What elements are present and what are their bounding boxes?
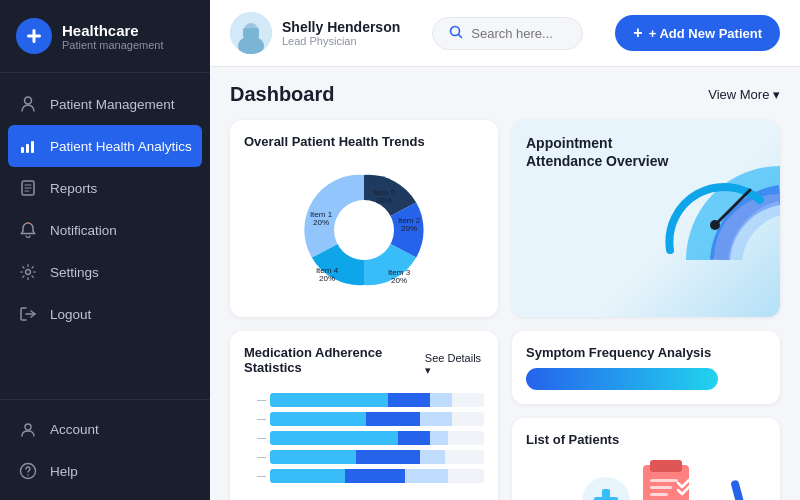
svg-rect-39 (650, 479, 678, 482)
bar-bg (270, 469, 484, 483)
header: Shelly Henderson Lead Physician + + Add … (210, 0, 800, 67)
dashboard-title: Dashboard (230, 83, 334, 106)
bar-label: — (244, 471, 266, 481)
patients-card: List of Patients (512, 418, 780, 500)
bar-row: — (244, 469, 484, 483)
svg-rect-19 (243, 28, 259, 38)
appointment-title: AppointmentAttendance Overview (526, 134, 766, 170)
settings-label: Settings (50, 265, 99, 280)
search-bar[interactable] (432, 17, 583, 50)
logo-icon (16, 18, 52, 54)
bar-row: — (244, 431, 484, 445)
bar-bg (270, 450, 484, 464)
patients-title: List of Patients (526, 432, 766, 447)
sidebar-item-patient-health-analytics[interactable]: Patient Health Analytics (8, 125, 202, 167)
bar-seg (270, 469, 345, 483)
bar-seg (420, 450, 446, 464)
sidebar-item-help[interactable]: Help (0, 450, 210, 492)
svg-rect-3 (21, 147, 24, 153)
analytics-icon (18, 136, 38, 156)
sidebar-logo: Healthcare Patient management (0, 0, 210, 73)
bar-seg (398, 431, 430, 445)
sidebar-nav: Patient Management Patient Health Analyt… (0, 73, 210, 399)
help-label: Help (50, 464, 78, 479)
bar-chart: — — (244, 389, 484, 492)
patient-management-icon (18, 94, 38, 114)
svg-point-33 (710, 220, 720, 230)
bar-seg (270, 450, 356, 464)
bar-seg (405, 469, 448, 483)
donut-svg: Item 5 20% Item 2 20% Item 3 20% Item 4 … (299, 165, 429, 295)
medical-cross-icon (582, 477, 630, 500)
dashboard: Dashboard View More ▾ Overall Patient He… (210, 67, 800, 500)
right-column: Symptom Frequency Analysis List of Patie… (512, 331, 780, 500)
svg-rect-4 (26, 144, 29, 153)
symptom-title: Symptom Frequency Analysis (526, 345, 766, 360)
donut-chart-wrap: Item 5 20% Item 2 20% Item 3 20% Item 4 … (244, 157, 484, 303)
appointment-card: AppointmentAttendance Overview (512, 120, 780, 317)
bar-seg (430, 393, 451, 407)
svg-text:20%: 20% (401, 224, 417, 233)
svg-rect-5 (31, 141, 34, 153)
svg-text:20%: 20% (391, 276, 407, 285)
avatar (230, 12, 272, 54)
patient-management-label: Patient Management (50, 97, 175, 112)
notification-label: Notification (50, 223, 117, 238)
svg-text:20%: 20% (319, 274, 335, 283)
patients-decoration (526, 455, 766, 500)
medication-title: Medication Adherence Statistics (244, 345, 425, 375)
analytics-label: Patient Health Analytics (50, 139, 192, 154)
bar-seg (270, 393, 388, 407)
view-more-link[interactable]: View More ▾ (708, 87, 780, 102)
add-icon: + (633, 24, 642, 42)
search-input[interactable] (471, 26, 566, 41)
svg-line-32 (715, 190, 750, 225)
add-new-patient-button[interactable]: + + Add New Patient (615, 15, 780, 51)
svg-text:20%: 20% (376, 196, 392, 205)
search-icon (449, 25, 463, 42)
svg-rect-41 (650, 493, 668, 496)
health-trends-card: Overall Patient Health Trends (230, 120, 498, 317)
account-label: Account (50, 422, 99, 437)
clipboard-icon (638, 455, 708, 500)
symptom-card: Symptom Frequency Analysis (512, 331, 780, 404)
bar-seg (366, 412, 420, 426)
sidebar-item-logout[interactable]: Logout (0, 293, 210, 335)
logout-icon (18, 304, 38, 324)
bar-seg (430, 431, 447, 445)
bar-seg (356, 450, 420, 464)
bar-seg (270, 431, 398, 445)
bar-seg (270, 412, 366, 426)
sidebar-item-account[interactable]: Account (0, 408, 210, 450)
add-button-label: + Add New Patient (649, 26, 762, 41)
see-details-link[interactable]: See Details ▾ (425, 352, 484, 377)
bar-bg (270, 412, 484, 426)
bar-bg (270, 431, 484, 445)
sidebar: Healthcare Patient management Patient Ma… (0, 0, 210, 500)
svg-rect-2 (27, 35, 41, 38)
svg-point-11 (26, 270, 31, 275)
sidebar-item-patient-management[interactable]: Patient Management (0, 83, 210, 125)
user-name: Shelly Henderson (282, 19, 400, 35)
cards-grid: Overall Patient Health Trends (230, 120, 780, 500)
bar-label: — (244, 452, 266, 462)
dashboard-header: Dashboard View More ▾ (230, 83, 780, 106)
help-icon (18, 461, 38, 481)
notification-icon (18, 220, 38, 240)
symptom-bar-wrap (526, 368, 766, 390)
svg-rect-40 (650, 486, 672, 489)
bar-label: — (244, 395, 266, 405)
bar-seg (345, 469, 405, 483)
medication-header: Medication Adherence Statistics See Deta… (244, 345, 484, 383)
bar-bg (270, 393, 484, 407)
sidebar-item-settings[interactable]: Settings (0, 251, 210, 293)
svg-rect-43 (730, 479, 745, 500)
sidebar-item-notification[interactable]: Notification (0, 209, 210, 251)
health-trends-title: Overall Patient Health Trends (244, 134, 484, 149)
symptom-bar (526, 368, 718, 390)
logo-subtitle: Patient management (62, 39, 164, 51)
logo-title: Healthcare (62, 22, 164, 39)
reports-icon (18, 178, 38, 198)
sidebar-item-reports[interactable]: Reports (0, 167, 210, 209)
main-content: Shelly Henderson Lead Physician + + Add … (210, 0, 800, 500)
